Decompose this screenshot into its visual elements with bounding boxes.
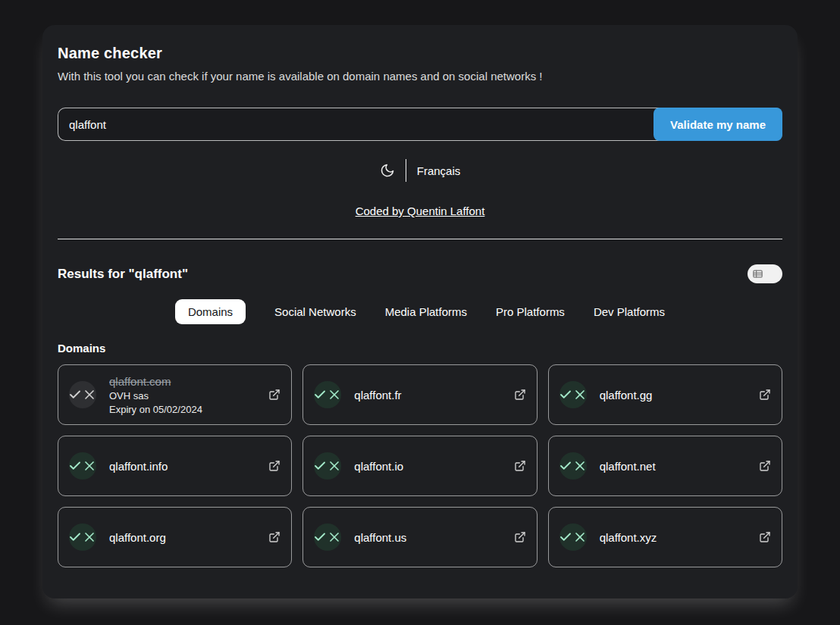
domain-name: qlaffont.org xyxy=(109,531,166,544)
results-header: Results for "qlaffont" xyxy=(58,264,782,283)
credit-row: Coded by Quentin Laffont xyxy=(58,205,782,218)
x-icon xyxy=(82,387,97,402)
results-title: Results for "qlaffont" xyxy=(58,267,188,282)
domain-name: qlaffont.com xyxy=(109,375,202,388)
domain-info: qlaffont.com OVH sas Expiry on 05/02/202… xyxy=(109,375,202,415)
domain-expiry: Expiry on 05/02/2024 xyxy=(109,404,202,415)
external-link-icon[interactable] xyxy=(759,460,771,472)
domain-card-qlaffont.com[interactable]: qlaffont.com OVH sas Expiry on 05/02/202… xyxy=(58,364,292,425)
x-icon xyxy=(572,387,588,402)
domain-info: qlaffont.xyz xyxy=(600,531,657,544)
external-link-icon[interactable] xyxy=(514,389,526,401)
tab-media-platforms[interactable]: Media Platforms xyxy=(385,299,467,324)
check-icon xyxy=(559,388,572,402)
check-icon xyxy=(313,388,327,402)
x-icon xyxy=(82,530,97,545)
status-icon xyxy=(69,381,96,408)
name-checker-card: Name checker With this tool you can chec… xyxy=(42,25,798,598)
status-icon xyxy=(69,452,96,480)
x-icon xyxy=(327,530,342,545)
table-icon xyxy=(752,268,763,280)
domain-info: qlaffont.fr xyxy=(354,389,401,402)
tab-social-networks[interactable]: Social Networks xyxy=(274,299,356,324)
check-icon xyxy=(559,459,572,473)
domains-section-title: Domains xyxy=(58,342,782,355)
theme-toggle-button[interactable] xyxy=(380,163,395,178)
page-title: Name checker xyxy=(58,45,782,62)
domain-name: qlaffont.net xyxy=(600,460,656,473)
moon-icon xyxy=(380,163,395,178)
domain-name: qlaffont.us xyxy=(354,531,406,544)
domain-name: qlaffont.io xyxy=(354,460,403,473)
domain-card-qlaffont.net[interactable]: qlaffont.net xyxy=(548,436,782,496)
x-icon xyxy=(82,458,97,473)
domain-info: qlaffont.gg xyxy=(600,389,653,402)
status-icon xyxy=(559,452,587,480)
view-mode-toggle[interactable] xyxy=(748,264,782,283)
check-icon xyxy=(313,459,327,473)
check-icon xyxy=(68,388,82,402)
domain-card-qlaffont.us[interactable]: qlaffont.us xyxy=(302,507,537,567)
domain-info: qlaffont.net xyxy=(600,460,656,473)
status-icon xyxy=(314,452,341,480)
external-link-icon[interactable] xyxy=(268,460,281,472)
domain-info: qlaffont.info xyxy=(109,460,168,473)
domain-name: qlaffont.info xyxy=(109,460,168,473)
external-link-icon[interactable] xyxy=(268,389,281,401)
x-icon xyxy=(327,387,342,402)
status-icon xyxy=(559,523,587,551)
check-icon xyxy=(68,459,82,473)
status-icon xyxy=(314,523,341,551)
check-icon xyxy=(68,530,82,544)
check-icon xyxy=(559,530,572,544)
x-icon xyxy=(572,530,588,545)
domain-name: qlaffont.fr xyxy=(354,389,401,402)
vertical-divider xyxy=(406,159,406,182)
tabs: DomainsSocial NetworksMedia PlatformsPro… xyxy=(58,299,782,324)
page-subtitle: With this tool you can check if your nam… xyxy=(58,70,782,83)
status-icon xyxy=(314,381,341,408)
domain-card-qlaffont.gg[interactable]: qlaffont.gg xyxy=(548,364,782,425)
tab-dev-platforms[interactable]: Dev Platforms xyxy=(594,299,665,324)
domain-card-qlaffont.xyz[interactable]: qlaffont.xyz xyxy=(548,507,782,567)
check-icon xyxy=(313,530,327,544)
search-row: Validate my name xyxy=(58,108,782,141)
preferences-row: Français xyxy=(58,159,782,182)
author-credit-link[interactable]: Coded by Quentin Laffont xyxy=(356,205,485,217)
status-icon xyxy=(69,523,96,551)
external-link-icon[interactable] xyxy=(759,531,771,543)
domain-provider: OVH sas xyxy=(109,390,202,402)
language-selector[interactable]: Français xyxy=(417,164,461,177)
external-link-icon[interactable] xyxy=(759,389,771,401)
external-link-icon[interactable] xyxy=(514,460,526,472)
domain-info: qlaffont.org xyxy=(109,531,166,544)
domain-card-qlaffont.org[interactable]: qlaffont.org xyxy=(58,507,292,567)
domain-info: qlaffont.io xyxy=(354,460,403,473)
external-link-icon[interactable] xyxy=(514,531,526,543)
x-icon xyxy=(327,458,342,473)
domain-name: qlaffont.xyz xyxy=(600,531,657,544)
domain-info: qlaffont.us xyxy=(354,531,406,544)
x-icon xyxy=(572,458,588,473)
tab-pro-platforms[interactable]: Pro Platforms xyxy=(496,299,565,324)
domain-name: qlaffont.gg xyxy=(600,389,653,402)
validate-name-button[interactable]: Validate my name xyxy=(654,108,782,141)
external-link-icon[interactable] xyxy=(268,531,281,543)
domains-grid: qlaffont.com OVH sas Expiry on 05/02/202… xyxy=(58,364,782,567)
status-icon xyxy=(559,381,587,408)
tab-domains[interactable]: Domains xyxy=(175,299,246,324)
section-divider xyxy=(58,239,782,239)
domain-card-qlaffont.fr[interactable]: qlaffont.fr xyxy=(302,364,537,425)
domain-card-qlaffont.info[interactable]: qlaffont.info xyxy=(58,436,292,496)
domain-card-qlaffont.io[interactable]: qlaffont.io xyxy=(302,436,537,496)
